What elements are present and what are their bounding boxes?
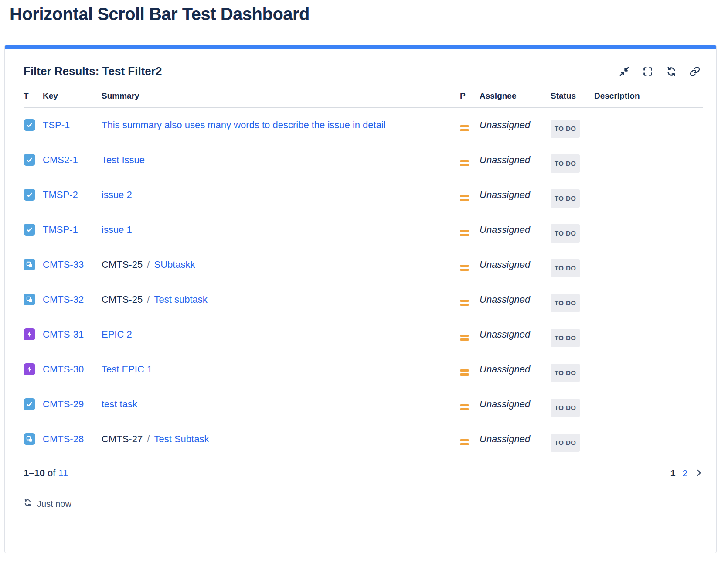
priority-medium-icon bbox=[460, 195, 469, 201]
page-2-link[interactable]: 2 bbox=[682, 468, 687, 478]
refresh-icon[interactable] bbox=[666, 66, 677, 77]
task-icon[interactable] bbox=[24, 119, 35, 131]
issue-key-link[interactable]: CMTS-31 bbox=[43, 329, 84, 340]
next-page-icon[interactable] bbox=[694, 467, 703, 479]
parent-separator: / bbox=[143, 434, 154, 444]
parent-separator: / bbox=[143, 294, 154, 305]
assignee-text: Unassigned bbox=[480, 189, 530, 200]
issue-summary-link[interactable]: Test Subtask bbox=[154, 434, 209, 444]
issue-key-link[interactable]: TSP-1 bbox=[43, 120, 70, 130]
column-header-type: T bbox=[24, 91, 43, 101]
task-icon[interactable] bbox=[24, 154, 35, 166]
page-links: 1 2 bbox=[670, 467, 703, 479]
assignee-text: Unassigned bbox=[480, 434, 530, 444]
issue-key-link[interactable]: CMS2-1 bbox=[43, 154, 78, 165]
assignee-text: Unassigned bbox=[480, 364, 530, 375]
priority-medium-icon bbox=[460, 160, 469, 166]
result-range-of: of bbox=[48, 468, 55, 478]
parent-issue-key[interactable]: CMTS-25 bbox=[102, 294, 143, 305]
table-row: CMTS-29 test task Unassigned TO DO bbox=[24, 387, 703, 422]
task-icon[interactable] bbox=[24, 224, 35, 236]
issue-summary-link[interactable]: Test Issue bbox=[102, 154, 145, 165]
assignee-text: Unassigned bbox=[480, 259, 530, 270]
result-range: 1–10 of 11 bbox=[24, 468, 68, 479]
issue-key-link[interactable]: TMSP-1 bbox=[43, 224, 78, 235]
issue-summary-link[interactable]: This summary also uses many words to des… bbox=[102, 120, 386, 130]
status-badge: TO DO bbox=[551, 120, 580, 138]
assignee-text: Unassigned bbox=[480, 154, 530, 165]
issue-summary-link[interactable]: Test subtask bbox=[154, 294, 207, 305]
table-row: CMTS-33 CMTS-25 / SUbtaskk Unassigned TO… bbox=[24, 247, 703, 282]
gadget-title: Filter Results: Test Filter2 bbox=[24, 65, 162, 78]
subtask-icon[interactable] bbox=[24, 259, 35, 270]
result-range-numbers: 1–10 bbox=[24, 468, 45, 478]
assignee-text: Unassigned bbox=[480, 329, 530, 340]
status-badge: TO DO bbox=[551, 364, 580, 382]
column-header-summary: Summary bbox=[102, 91, 460, 101]
status-badge: TO DO bbox=[551, 294, 580, 312]
table-row: CMTS-30 Test EPIC 1 Unassigned TO DO bbox=[24, 352, 703, 387]
column-header-assignee: Assignee bbox=[480, 91, 551, 101]
issue-summary-link[interactable]: Test EPIC 1 bbox=[102, 364, 152, 375]
issue-key-link[interactable]: CMTS-28 bbox=[43, 434, 84, 444]
epic-icon[interactable] bbox=[24, 328, 35, 340]
last-refreshed-text: Just now bbox=[37, 499, 71, 509]
table-header-row: T Key Summary P Assignee Status Descript… bbox=[24, 91, 703, 108]
status-badge: TO DO bbox=[551, 259, 580, 277]
subtask-icon[interactable] bbox=[24, 294, 35, 305]
parent-issue-key[interactable]: CMTS-27 bbox=[102, 434, 143, 444]
assignee-text: Unassigned bbox=[480, 224, 530, 235]
priority-medium-icon bbox=[460, 265, 469, 271]
table-row: CMS2-1 Test Issue Unassigned TO DO bbox=[24, 143, 703, 178]
issue-summary-link[interactable]: test task bbox=[102, 399, 137, 410]
column-header-description: Description bbox=[594, 91, 703, 101]
priority-medium-icon bbox=[460, 439, 469, 445]
collapse-arrows-icon[interactable] bbox=[619, 66, 630, 77]
issue-summary-link[interactable]: issue 1 bbox=[102, 224, 132, 235]
table-row: CMTS-31 EPIC 2 Unassigned TO DO bbox=[24, 317, 703, 352]
priority-medium-icon bbox=[460, 300, 469, 306]
parent-issue-key[interactable]: CMTS-25 bbox=[102, 259, 143, 270]
priority-medium-icon bbox=[460, 125, 469, 131]
status-badge: TO DO bbox=[551, 329, 580, 347]
page-1-current: 1 bbox=[670, 468, 676, 478]
task-icon[interactable] bbox=[24, 398, 35, 410]
link-icon[interactable] bbox=[689, 66, 701, 77]
column-header-priority: P bbox=[460, 91, 480, 101]
issue-summary-link[interactable]: issue 2 bbox=[102, 189, 132, 200]
table-row: TSP-1 This summary also uses many words … bbox=[24, 108, 703, 143]
last-refreshed: Just now bbox=[24, 499, 716, 509]
parent-separator: / bbox=[143, 259, 154, 270]
filter-results-gadget: Filter Results: Test Filter2 bbox=[4, 45, 717, 553]
column-header-status: Status bbox=[551, 91, 594, 101]
issue-key-link[interactable]: CMTS-30 bbox=[43, 364, 84, 375]
column-header-key: Key bbox=[43, 91, 102, 101]
issue-key-link[interactable]: CMTS-33 bbox=[43, 259, 84, 270]
issue-summary-link[interactable]: SUbtaskk bbox=[154, 259, 195, 270]
issue-key-link[interactable]: TMSP-2 bbox=[43, 189, 78, 200]
table-row: CMTS-32 CMTS-25 / Test subtask Unassigne… bbox=[24, 282, 703, 317]
issue-key-link[interactable]: CMTS-29 bbox=[43, 399, 84, 410]
page-title: Horizontal Scroll Bar Test Dashboard bbox=[10, 4, 310, 24]
subtask-icon[interactable] bbox=[24, 433, 35, 445]
epic-icon[interactable] bbox=[24, 363, 35, 375]
status-badge: TO DO bbox=[551, 434, 580, 452]
filter-results-table: T Key Summary P Assignee Status Descript… bbox=[5, 91, 716, 457]
fullscreen-icon[interactable] bbox=[642, 66, 653, 77]
gadget-accent-bar bbox=[5, 45, 716, 49]
refresh-small-icon[interactable] bbox=[24, 499, 32, 509]
status-badge: TO DO bbox=[551, 154, 580, 173]
priority-medium-icon bbox=[460, 335, 469, 341]
result-total-link[interactable]: 11 bbox=[58, 468, 68, 478]
issue-key-link[interactable]: CMTS-32 bbox=[43, 294, 84, 305]
table-row: TMSP-1 issue 1 Unassigned TO DO bbox=[24, 212, 703, 247]
assignee-text: Unassigned bbox=[480, 399, 530, 410]
assignee-text: Unassigned bbox=[480, 120, 530, 130]
table-row: CMTS-28 CMTS-27 / Test Subtask Unassigne… bbox=[24, 422, 703, 457]
task-icon[interactable] bbox=[24, 189, 35, 201]
status-badge: TO DO bbox=[551, 189, 580, 208]
issue-summary-link[interactable]: EPIC 2 bbox=[102, 329, 132, 340]
priority-medium-icon bbox=[460, 404, 469, 410]
pagination-bar: 1–10 of 11 1 2 bbox=[24, 458, 703, 479]
assignee-text: Unassigned bbox=[480, 294, 530, 305]
